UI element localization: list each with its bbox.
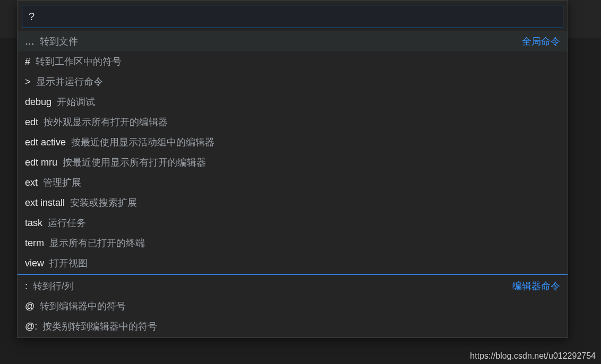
command-prefix: :: [25, 281, 28, 292]
command-description: 转到工作区中的符号: [36, 55, 122, 68]
command-description: 显示并运行命令: [36, 75, 103, 88]
command-prefix: ext: [25, 177, 38, 188]
command-item-left: edt按外观显示所有打开的编辑器: [25, 116, 168, 128]
command-item-left: …转到文件: [25, 35, 78, 48]
command-description: 转到行/列: [33, 280, 74, 292]
command-item-left: term显示所有已打开的终端: [25, 237, 145, 249]
command-item-left: ext管理扩展: [25, 176, 81, 189]
command-item[interactable]: :转到行/列编辑器命令: [18, 276, 568, 296]
command-item-left: edt active按最近使用显示活动组中的编辑器: [25, 136, 214, 149]
command-item[interactable]: …转到文件全局命令: [18, 31, 568, 51]
command-description: 运行任务: [48, 216, 86, 229]
command-item[interactable]: debug开始调试: [18, 92, 568, 112]
command-item[interactable]: #转到工作区中的符号: [18, 51, 568, 72]
command-prefix: term: [25, 238, 44, 249]
command-description: 按最近使用显示所有打开的编辑器: [63, 156, 206, 169]
command-prefix: @: [25, 301, 35, 312]
command-item-left: :转到行/列: [25, 280, 74, 292]
command-description: 按最近使用显示活动组中的编辑器: [71, 136, 214, 149]
command-prefix: edt active: [25, 137, 66, 148]
command-item-left: #转到工作区中的符号: [25, 55, 122, 68]
command-item-left: view打开视图: [25, 257, 88, 270]
command-prefix: ext install: [25, 197, 65, 209]
command-item[interactable]: edt mru按最近使用显示所有打开的编辑器: [18, 152, 568, 172]
command-prefix: @:: [25, 321, 37, 332]
command-prefix: view: [25, 258, 44, 269]
group-separator: [18, 274, 568, 275]
command-palette: …转到文件全局命令#转到工作区中的符号>显示并运行命令debug开始调试edt按…: [17, 0, 568, 338]
command-item[interactable]: term显示所有已打开的终端: [18, 233, 568, 253]
command-description: 转到文件: [40, 35, 78, 48]
command-item-left: debug开始调试: [25, 96, 95, 108]
command-description: 开始调试: [57, 96, 95, 108]
command-input[interactable]: [22, 5, 563, 28]
command-prefix: …: [25, 36, 35, 47]
command-item[interactable]: edt active按最近使用显示活动组中的编辑器: [18, 132, 568, 152]
command-description: 按类别转到编辑器中的符号: [42, 320, 157, 333]
command-item-left: >显示并运行命令: [25, 75, 103, 88]
group-label: 编辑器命令: [512, 280, 560, 292]
command-description: 转到编辑器中的符号: [40, 300, 126, 313]
command-item-left: task运行任务: [25, 216, 86, 229]
command-item[interactable]: ext install安装或搜索扩展: [18, 193, 568, 213]
command-item[interactable]: @转到编辑器中的符号: [18, 296, 568, 316]
command-list: …转到文件全局命令#转到工作区中的符号>显示并运行命令debug开始调试edt按…: [18, 31, 568, 337]
command-item[interactable]: >显示并运行命令: [18, 72, 568, 92]
command-prefix: debug: [25, 97, 51, 108]
command-description: 管理扩展: [43, 176, 81, 189]
command-prefix: task: [25, 218, 42, 229]
command-description: 按外观显示所有打开的编辑器: [44, 116, 168, 128]
command-prefix: edt: [25, 117, 38, 128]
command-description: 安装或搜索扩展: [70, 196, 137, 209]
command-item-left: ext install安装或搜索扩展: [25, 196, 137, 209]
command-description: 打开视图: [49, 257, 88, 270]
command-item-left: @:按类别转到编辑器中的符号: [25, 320, 157, 333]
command-item[interactable]: ext管理扩展: [18, 172, 568, 193]
watermark: https://blog.csdn.net/u012292754: [470, 351, 596, 361]
command-item-left: edt mru按最近使用显示所有打开的编辑器: [25, 156, 206, 169]
command-prefix: >: [25, 76, 31, 88]
command-prefix: edt mru: [25, 157, 57, 168]
group-label: 全局命令: [522, 35, 560, 48]
command-item[interactable]: view打开视图: [18, 253, 568, 273]
command-input-wrap: [18, 1, 568, 31]
command-description: 显示所有已打开的终端: [49, 237, 145, 249]
command-item[interactable]: edt按外观显示所有打开的编辑器: [18, 112, 568, 132]
command-item-left: @转到编辑器中的符号: [25, 300, 126, 313]
command-prefix: #: [25, 56, 30, 67]
command-item[interactable]: task运行任务: [18, 213, 568, 233]
command-item[interactable]: @:按类别转到编辑器中的符号: [18, 316, 568, 336]
